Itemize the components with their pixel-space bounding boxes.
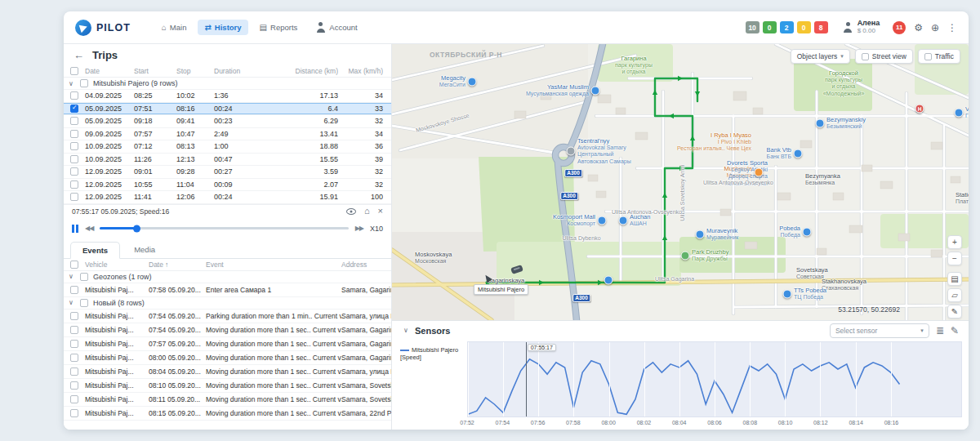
poi-red-icon[interactable]: H xyxy=(915,105,924,114)
row-checkbox[interactable] xyxy=(70,326,78,334)
poi-blue-icon[interactable] xyxy=(604,276,613,285)
trips-group-row[interactable]: ∨ Mitsubishi Pajero (9 rows) xyxy=(64,78,391,90)
back-button[interactable]: ← xyxy=(74,49,84,61)
pause-button[interactable] xyxy=(72,225,78,233)
table-row[interactable]: Mitsubishi Paj...08:15 05.09.20...Moving… xyxy=(64,407,391,421)
close-icon[interactable]: × xyxy=(378,207,383,216)
playback-speed[interactable]: X10 xyxy=(370,225,383,233)
tab-events[interactable]: Events xyxy=(70,242,120,259)
home-icon[interactable]: ⌂ xyxy=(364,207,370,216)
poi-blue-icon[interactable] xyxy=(696,230,705,239)
nav-account[interactable]: Account xyxy=(309,19,363,36)
status-badge[interactable]: 2 xyxy=(780,21,794,33)
status-badge[interactable]: 0 xyxy=(763,21,777,33)
slider-thumb[interactable] xyxy=(133,225,140,232)
col-date[interactable]: Date↑ xyxy=(149,261,206,269)
table-row[interactable]: Mitsubishi Paj...07:54 05.09.20...Moving… xyxy=(64,323,391,337)
status-badge[interactable]: 0 xyxy=(797,21,811,33)
table-row[interactable]: Mitsubishi Paj...08:04 05.09.20...Moving… xyxy=(64,365,391,379)
poi-blue-icon[interactable] xyxy=(816,119,825,128)
traffic-toggle[interactable]: Traffic xyxy=(918,49,960,64)
table-row[interactable]: 12.09.202511:4112:0600:2415.91100 xyxy=(64,191,391,204)
table-row[interactable]: Mitsubishi Paj...07:54 05.09.20...Parkin… xyxy=(64,310,391,323)
table-row[interactable]: Mitsubishi Paj...08:10 05.09.20...Moving… xyxy=(64,379,391,393)
poi-orange-icon[interactable] xyxy=(755,168,764,177)
gear-icon[interactable]: ⚙ xyxy=(914,23,923,33)
group-checkbox[interactable] xyxy=(80,299,88,307)
poi-blue-icon[interactable] xyxy=(468,78,477,87)
table-row[interactable]: Mitsubishi Paj...08:11 05.09.20...Moving… xyxy=(64,393,391,407)
speed-chart[interactable]: 07:55:17 xyxy=(467,341,962,417)
poi-blue-icon[interactable] xyxy=(803,228,812,237)
row-checkbox[interactable] xyxy=(70,91,78,100)
globe-icon[interactable]: ⊕ xyxy=(931,23,939,33)
table-row[interactable]: 09.09.202507:5710:472:4913.4134 xyxy=(64,128,391,141)
select-all-checkbox[interactable] xyxy=(70,261,78,269)
poi-blue-icon[interactable] xyxy=(598,216,607,225)
poi-green-icon[interactable] xyxy=(681,252,690,261)
brush-icon[interactable]: ✎ xyxy=(951,326,959,336)
row-checkbox[interactable] xyxy=(70,354,78,362)
vehicle-marker[interactable] xyxy=(510,265,523,274)
draw-button[interactable]: ✎ xyxy=(947,305,962,318)
row-checkbox[interactable] xyxy=(70,167,78,176)
print-button[interactable]: ▤ xyxy=(947,272,962,286)
row-checkbox[interactable] xyxy=(70,395,78,403)
row-checkbox[interactable] xyxy=(70,381,78,390)
row-checkbox[interactable] xyxy=(70,368,78,376)
playback-slider[interactable] xyxy=(100,227,348,229)
poi-blue-icon[interactable] xyxy=(794,149,803,158)
poi-gray-icon[interactable] xyxy=(567,147,576,156)
chevron-down-icon[interactable]: ∨ xyxy=(67,299,75,306)
row-checkbox[interactable] xyxy=(70,155,78,163)
row-checkbox[interactable] xyxy=(70,193,78,201)
nav-reports[interactable]: ▤Reports xyxy=(253,20,305,35)
traffic-checkbox[interactable] xyxy=(924,53,932,60)
chevron-down-icon[interactable]: ∨ xyxy=(67,80,75,87)
row-checkbox[interactable] xyxy=(70,105,78,113)
map[interactable]: Mitsubishi Pajero MegacityМегаСитиYasMar… xyxy=(392,44,969,320)
table-row[interactable]: Mitsubishi Paj...07:57 05.09.20...Moving… xyxy=(64,337,391,351)
street-view-checkbox[interactable] xyxy=(862,53,869,60)
list-icon[interactable]: ≣ xyxy=(936,326,944,336)
tab-media[interactable]: Media xyxy=(122,241,167,258)
nav-main[interactable]: ⌂Main xyxy=(155,20,194,35)
row-checkbox[interactable] xyxy=(70,286,78,294)
table-row[interactable]: 12.09.202509:0109:2800:273.5932 xyxy=(64,166,391,179)
zoom-out-button[interactable]: − xyxy=(947,252,962,265)
row-checkbox[interactable] xyxy=(70,340,78,348)
select-all-checkbox[interactable] xyxy=(70,67,78,75)
table-row[interactable]: 04.09.202508:2510:021:3617.1334 xyxy=(64,90,391,103)
poi-blue-icon[interactable] xyxy=(591,87,600,96)
kebab-menu-icon[interactable]: ⋮ xyxy=(947,23,957,33)
user-account[interactable]: Алена $ 0.00 xyxy=(843,20,880,35)
group-checkbox[interactable] xyxy=(80,273,88,281)
row-checkbox[interactable] xyxy=(70,312,78,320)
poi-blue-icon[interactable] xyxy=(619,216,628,225)
row-checkbox[interactable] xyxy=(70,117,78,125)
status-badge[interactable]: 8 xyxy=(814,21,828,33)
eye-icon[interactable] xyxy=(346,208,356,215)
vehicle-label[interactable]: Mitsubishi Pajero xyxy=(474,284,528,295)
row-checkbox[interactable] xyxy=(70,130,78,138)
object-layers-dropdown[interactable]: Object layers ▾ xyxy=(791,49,850,64)
table-row[interactable]: 05.09.202509:1809:4100:236.2932 xyxy=(64,115,391,128)
row-checkbox[interactable] xyxy=(70,142,78,150)
poi-blue-icon[interactable] xyxy=(783,290,792,299)
poi-blue-icon[interactable] xyxy=(955,109,964,118)
area-select-button[interactable]: ▱ xyxy=(947,288,962,302)
chevron-down-icon[interactable]: ∨ xyxy=(402,327,410,334)
zoom-in-button[interactable]: + xyxy=(947,235,962,249)
table-row[interactable]: Mitsubishi Paj...08:00 05.09.20...Moving… xyxy=(64,351,391,365)
table-row[interactable]: 05.09.202507:5108:1600:246.433 xyxy=(64,103,391,116)
chevron-down-icon[interactable]: ∨ xyxy=(67,273,75,280)
table-row[interactable]: 10.09.202511:2612:1300:4715.5539 xyxy=(64,154,391,167)
sensor-select[interactable]: Select sensor ▾ xyxy=(830,323,929,338)
row-checkbox[interactable] xyxy=(70,180,78,189)
nav-history[interactable]: ⇄History xyxy=(198,20,247,35)
table-row[interactable]: 10.09.202507:1208:131:0018.8836 xyxy=(64,140,391,154)
fast-forward-button[interactable]: ▶▶ xyxy=(355,225,363,232)
table-row[interactable]: 12.09.202510:5511:0400:092.0732 xyxy=(64,179,391,192)
event-group-row[interactable]: ∨Geozones (1 row) xyxy=(64,271,391,283)
group-checkbox[interactable] xyxy=(80,79,88,87)
